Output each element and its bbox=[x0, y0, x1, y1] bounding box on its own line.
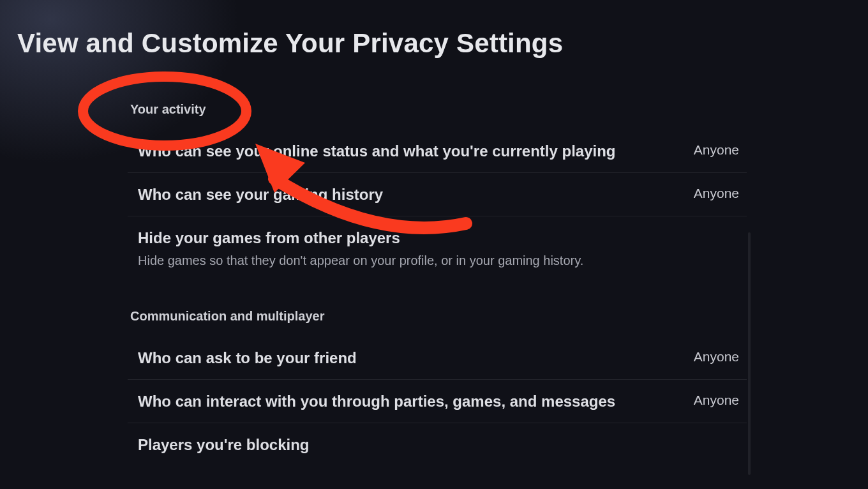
row-online-status-label: Who can see your online status and what … bbox=[138, 141, 616, 161]
row-friend-requests[interactable]: Who can ask to be your friend Anyone bbox=[128, 336, 747, 380]
row-friend-requests-value: Anyone bbox=[694, 348, 744, 365]
row-gaming-history-label: Who can see your gaming history bbox=[138, 184, 383, 204]
row-gaming-history[interactable]: Who can see your gaming history Anyone bbox=[128, 173, 747, 216]
row-blocking-label: Players you're blocking bbox=[138, 435, 309, 455]
row-blocking[interactable]: Players you're blocking bbox=[128, 423, 747, 466]
row-hide-games-sub: Hide games so that they don't appear on … bbox=[138, 252, 583, 269]
section-header-communication: Communication and multiplayer bbox=[128, 309, 747, 324]
row-friend-requests-label: Who can ask to be your friend bbox=[138, 348, 357, 368]
row-hide-games-label: Hide your games from other players bbox=[138, 228, 583, 248]
row-interact-value: Anyone bbox=[694, 391, 744, 408]
row-interact-label: Who can interact with you through partie… bbox=[138, 391, 615, 411]
row-online-status[interactable]: Who can see your online status and what … bbox=[128, 130, 747, 173]
section-header-activity: Your activity bbox=[128, 102, 747, 117]
settings-panel: Your activity Who can see your online st… bbox=[128, 102, 747, 466]
scrollbar-track[interactable] bbox=[748, 232, 751, 475]
page-title: View and Customize Your Privacy Settings bbox=[17, 28, 563, 59]
row-gaming-history-value: Anyone bbox=[694, 184, 744, 201]
row-hide-games[interactable]: Hide your games from other players Hide … bbox=[128, 216, 747, 280]
row-interact[interactable]: Who can interact with you through partie… bbox=[128, 380, 747, 423]
row-online-status-value: Anyone bbox=[694, 141, 744, 158]
